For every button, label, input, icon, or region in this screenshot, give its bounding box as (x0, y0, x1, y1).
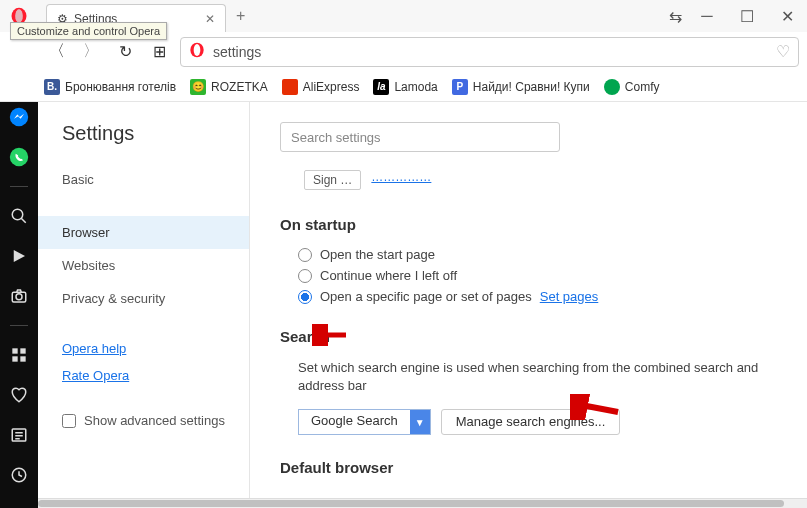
whatsapp-icon[interactable] (8, 146, 30, 168)
bookmark-label: Бронювання готелів (65, 80, 176, 94)
maximize-button[interactable]: ☐ (727, 0, 767, 32)
sidebar-item-browser[interactable]: Browser (38, 216, 249, 249)
svg-point-7 (12, 209, 23, 220)
sidebar-item-websites[interactable]: Websites (38, 249, 249, 282)
forward-button[interactable]: 〉 (78, 39, 104, 65)
set-pages-link[interactable]: Set pages (540, 289, 599, 304)
easy-setup-icon[interactable]: ⇆ (663, 0, 687, 32)
svg-rect-14 (20, 356, 25, 361)
svg-point-2 (15, 9, 23, 23)
main: Settings Basic Browser Websites Privacy … (0, 102, 807, 508)
bookmark-item[interactable]: AliExpress (282, 79, 360, 95)
history-icon[interactable] (8, 464, 30, 486)
grid-icon[interactable] (8, 344, 30, 366)
startup-section: On startup Open the start page Continue … (280, 216, 781, 304)
svg-rect-12 (20, 348, 25, 353)
divider (10, 186, 28, 187)
radio-icon (298, 290, 312, 304)
new-tab-button[interactable]: + (232, 3, 249, 29)
svg-point-10 (16, 294, 22, 300)
close-icon[interactable]: ✕ (205, 12, 215, 26)
truncated-link[interactable]: …………… (371, 170, 431, 190)
scrollbar-thumb[interactable] (38, 500, 784, 507)
play-icon[interactable] (8, 245, 30, 267)
section-heading: Default browser (280, 459, 781, 476)
svg-line-8 (21, 218, 26, 223)
radio-specific-page[interactable]: Open a specific page or set of pages Set… (298, 289, 781, 304)
placeholder-text: Search settings (291, 130, 381, 145)
settings-content: Search settings Sign … …………… On startup … (250, 102, 807, 508)
radio-icon (298, 248, 312, 262)
checkbox[interactable] (62, 414, 76, 428)
bookmark-icon: B. (44, 79, 60, 95)
svg-rect-13 (12, 356, 17, 361)
radio-icon (298, 269, 312, 283)
news-icon[interactable] (8, 424, 30, 446)
divider (10, 325, 28, 326)
sidebar-item-privacy[interactable]: Privacy & security (38, 282, 249, 315)
svg-point-6 (10, 148, 28, 166)
bookmark-icon (282, 79, 298, 95)
address-bar[interactable]: settings ♡ (180, 37, 799, 67)
bookmark-item[interactable]: 😊ROZETKA (190, 79, 268, 95)
section-description: Set which search engine is used when sea… (298, 359, 781, 395)
chevron-down-icon: ▼ (410, 410, 430, 434)
bookmark-item[interactable]: PНайди! Сравни! Купи (452, 79, 590, 95)
settings-sidebar: Settings Basic Browser Websites Privacy … (38, 102, 250, 508)
radio-label: Open the start page (320, 247, 435, 262)
bookmark-item[interactable]: Comfy (604, 79, 660, 95)
checkbox-label: Show advanced settings (84, 413, 225, 428)
show-advanced-checkbox[interactable]: Show advanced settings (38, 403, 249, 438)
sidebar-item-basic[interactable]: Basic (38, 163, 249, 196)
heart-icon[interactable] (8, 384, 30, 406)
window-controls: ⇆ ─ ☐ ✕ (663, 0, 807, 32)
reload-button[interactable]: ↻ (112, 39, 138, 65)
sidebar-title: Settings (38, 122, 249, 163)
bookmark-label: Lamoda (394, 80, 437, 94)
svg-rect-11 (12, 348, 17, 353)
bookmark-item[interactable]: B.Бронювання готелів (44, 79, 176, 95)
sidebar-link-rate[interactable]: Rate Opera (38, 362, 249, 389)
bookmark-item[interactable]: laLamoda (373, 79, 437, 95)
address-url: settings (213, 44, 768, 60)
back-button[interactable]: 〈 (44, 39, 70, 65)
opera-badge-icon (189, 42, 205, 62)
camera-icon[interactable] (8, 285, 30, 307)
radio-continue[interactable]: Continue where I left off (298, 268, 781, 283)
section-heading: Search (280, 328, 781, 345)
bookmarks-bar: B.Бронювання готелів 😊ROZETKA AliExpress… (0, 72, 807, 102)
bookmark-label: ROZETKA (211, 80, 268, 94)
search-section: Search Set which search engine is used w… (280, 328, 781, 435)
bookmark-label: Comfy (625, 80, 660, 94)
default-browser-section: Default browser (280, 459, 781, 476)
search-engine-select[interactable]: Google Search ▼ (298, 409, 431, 435)
horizontal-scrollbar[interactable] (38, 498, 807, 508)
truncated-section: Sign … …………… (304, 170, 781, 190)
close-button[interactable]: ✕ (767, 0, 807, 32)
speed-dial-button[interactable]: ⊞ (146, 39, 172, 65)
bookmark-icon: la (373, 79, 389, 95)
bookmark-icon (604, 79, 620, 95)
radio-label: Continue where I left off (320, 268, 457, 283)
search-settings-input[interactable]: Search settings (280, 122, 560, 152)
bookmark-label: AliExpress (303, 80, 360, 94)
minimize-button[interactable]: ─ (687, 0, 727, 32)
section-heading: On startup (280, 216, 781, 233)
bookmark-label: Найди! Сравни! Купи (473, 80, 590, 94)
radio-open-start[interactable]: Open the start page (298, 247, 781, 262)
svg-point-4 (194, 44, 201, 56)
tooltip: Customize and control Opera (10, 22, 167, 40)
bookmark-icon: P (452, 79, 468, 95)
left-rail (0, 102, 38, 508)
select-value: Google Search (299, 410, 410, 434)
manage-engines-button[interactable]: Manage search engines... (441, 409, 621, 435)
search-icon[interactable] (8, 205, 30, 227)
sidebar-link-help[interactable]: Opera help (38, 335, 249, 362)
messenger-icon[interactable] (8, 106, 30, 128)
sign-in-button[interactable]: Sign … (304, 170, 361, 190)
bookmark-heart-icon[interactable]: ♡ (776, 42, 790, 61)
bookmark-icon: 😊 (190, 79, 206, 95)
radio-label: Open a specific page or set of pages (320, 289, 532, 304)
